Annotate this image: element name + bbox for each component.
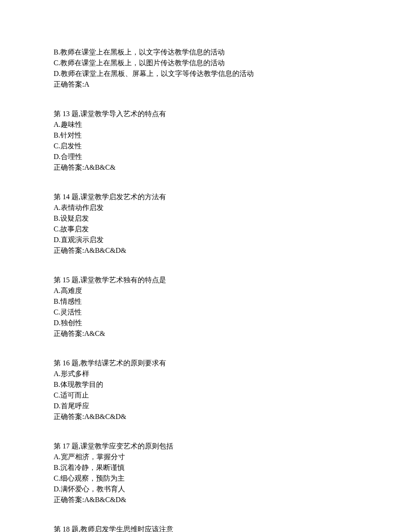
option-line: A.宽严相济，掌握分寸 xyxy=(54,452,357,462)
question-14: 第 14 题,课堂教学启发艺术的方法有 A.表情动作启发 B.设疑启发 C.故事… xyxy=(54,192,357,256)
option-line: D.独创性 xyxy=(54,318,357,328)
option-line: D.满怀爱心，教书育人 xyxy=(54,484,357,494)
option-line: D.教师在课堂上在黑板、屏幕上，以文字等传达教学信息的活动 xyxy=(54,68,357,79)
option-line: D.直观演示启发 xyxy=(54,235,357,245)
option-line: D.首尾呼应 xyxy=(54,401,357,411)
option-line: C.适可而止 xyxy=(54,390,357,401)
answer-line: 正确答案:A&B&C& xyxy=(54,162,357,173)
option-line: B.体现教学目的 xyxy=(54,379,357,390)
option-line: B.沉着冷静，果断谨慎 xyxy=(54,462,357,473)
option-line: C.灵活性 xyxy=(54,307,357,318)
option-line: C.启发性 xyxy=(54,141,357,151)
intro-block: B.教师在课堂上在黑板上，以文字传达教学信息的活动 C.教师在课堂上在黑板上，以… xyxy=(54,47,357,90)
question-13: 第 13 题,课堂教学导入艺术的特点有 A.趣味性 B.针对性 C.启发性 D.… xyxy=(54,109,357,173)
option-line: B.针对性 xyxy=(54,130,357,141)
option-line: A.趣味性 xyxy=(54,119,357,130)
question-title: 第 18 题,教师启发学生思维时应该注意 xyxy=(54,524,357,532)
option-line: A.表情动作启发 xyxy=(54,202,357,213)
answer-line: 正确答案:A&B&C&D& xyxy=(54,494,357,505)
option-line: C.故事启发 xyxy=(54,224,357,235)
question-title: 第 16 题,教学结课艺术的原则要求有 xyxy=(54,358,357,369)
option-line: B.设疑启发 xyxy=(54,213,357,224)
question-17: 第 17 题,课堂教学应变艺术的原则包括 A.宽严相济，掌握分寸 B.沉着冷静，… xyxy=(54,441,357,505)
answer-line: 正确答案:A xyxy=(54,79,357,90)
question-16: 第 16 题,教学结课艺术的原则要求有 A.形式多样 B.体现教学目的 C.适可… xyxy=(54,358,357,422)
question-title: 第 17 题,课堂教学应变艺术的原则包括 xyxy=(54,441,357,452)
question-title: 第 15 题,课堂教学艺术独有的特点是 xyxy=(54,275,357,285)
question-18: 第 18 题,教师启发学生思维时应该注意 xyxy=(54,524,357,532)
option-line: D.合理性 xyxy=(54,151,357,162)
option-line: B.情感性 xyxy=(54,296,357,307)
question-title: 第 13 题,课堂教学导入艺术的特点有 xyxy=(54,109,357,119)
answer-line: 正确答案:A&C& xyxy=(54,328,357,339)
option-line: A.高难度 xyxy=(54,285,357,296)
answer-line: 正确答案:A&B&C&D& xyxy=(54,411,357,422)
question-15: 第 15 题,课堂教学艺术独有的特点是 A.高难度 B.情感性 C.灵活性 D.… xyxy=(54,275,357,339)
answer-line: 正确答案:A&B&C&D& xyxy=(54,245,357,256)
option-line: B.教师在课堂上在黑板上，以文字传达教学信息的活动 xyxy=(54,47,357,58)
option-line: C.细心观察，预防为主 xyxy=(54,473,357,484)
question-title: 第 14 题,课堂教学启发艺术的方法有 xyxy=(54,192,357,202)
option-line: C.教师在课堂上在黑板上，以图片传达教学信息的活动 xyxy=(54,58,357,68)
option-line: A.形式多样 xyxy=(54,369,357,379)
